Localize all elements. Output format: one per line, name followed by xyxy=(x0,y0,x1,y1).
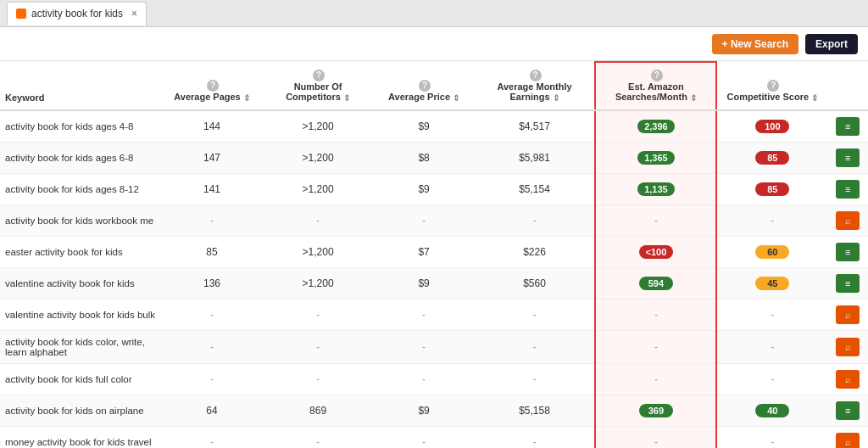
cell-amazon-searches: - xyxy=(595,204,716,236)
cell-comp-score: 85 xyxy=(716,173,827,204)
score-badge: 85 xyxy=(755,151,789,165)
cell-monthly-earnings: - xyxy=(475,426,596,448)
cell-avg-price: - xyxy=(374,204,475,236)
cell-comp-score: 40 xyxy=(716,395,827,426)
table-row: activity book for kids ages 8-12141>1,20… xyxy=(0,173,868,204)
cell-avg-pages: - xyxy=(162,363,263,395)
new-search-button[interactable]: + New Search xyxy=(712,34,798,54)
cell-avg-pages: - xyxy=(162,299,263,330)
cell-keyword: activity book for kids full color xyxy=(0,363,162,395)
col-header-price: ? Average Price ⇕ xyxy=(374,62,475,110)
action-list-button[interactable]: ≡ xyxy=(836,117,860,136)
cell-action: ≡ xyxy=(827,142,868,173)
cell-action: ≡ xyxy=(827,267,868,299)
cell-action: ⌕ xyxy=(827,299,868,330)
cell-comp-score: - xyxy=(716,204,827,236)
cell-action: ≡ xyxy=(827,110,868,143)
score-badge: 60 xyxy=(755,245,789,259)
tab-title: activity book for kids xyxy=(31,8,123,20)
help-icon-competitors[interactable]: ? xyxy=(313,70,325,81)
cell-keyword: activity book for kids on airplane xyxy=(0,395,162,426)
cell-comp-score: 60 xyxy=(716,236,827,267)
tab-bar: activity book for kids × xyxy=(0,0,868,27)
cell-comp-score: 100 xyxy=(716,110,827,143)
sort-icon-price[interactable]: ⇕ xyxy=(453,93,459,103)
cell-competitors: - xyxy=(263,330,374,363)
cell-keyword: activity book for kids ages 6-8 xyxy=(0,142,162,173)
cell-keyword: activity book for kids workbook me xyxy=(0,204,162,236)
cell-amazon-searches: - xyxy=(595,299,716,330)
cell-amazon-searches: - xyxy=(595,330,716,363)
help-icon-score[interactable]: ? xyxy=(767,80,779,92)
cell-amazon-searches: 369 xyxy=(595,395,716,426)
col-header-keyword: Keyword xyxy=(0,62,162,110)
table-row: activity book for kids ages 6-8147>1,200… xyxy=(0,142,868,173)
cell-action: ⌕ xyxy=(827,330,868,363)
table-row: activity book for kids on airplane64869$… xyxy=(0,395,868,426)
cell-keyword: valentine activity book for kids bulk xyxy=(0,299,162,330)
cell-monthly-earnings: $5,158 xyxy=(475,395,596,426)
tab-activity-book[interactable]: activity book for kids × xyxy=(7,2,147,25)
cell-avg-price: - xyxy=(374,299,475,330)
action-list-button[interactable]: ≡ xyxy=(836,243,860,261)
cell-competitors: >1,200 xyxy=(263,173,374,204)
help-icon-amazon[interactable]: ? xyxy=(651,70,663,81)
cell-amazon-searches: <100 xyxy=(595,236,716,267)
score-badge: 40 xyxy=(755,404,789,417)
cell-action: ≡ xyxy=(827,236,868,267)
action-search-button[interactable]: ⌕ xyxy=(836,305,860,324)
amazon-badge: 594 xyxy=(639,277,673,290)
sort-icon-pages[interactable]: ⇕ xyxy=(243,93,250,103)
cell-comp-score: - xyxy=(716,330,827,363)
action-search-button[interactable]: ⌕ xyxy=(836,211,860,230)
cell-keyword: activity book for kids ages 4-8 xyxy=(0,110,162,143)
cell-avg-pages: - xyxy=(162,330,263,363)
amazon-badge: 369 xyxy=(639,404,673,417)
table-row: activity book for kids color, write, lea… xyxy=(0,330,868,363)
sort-icon-score[interactable]: ⇕ xyxy=(811,93,818,103)
sort-icon-amazon[interactable]: ⇕ xyxy=(690,93,697,103)
amazon-badge: 1,365 xyxy=(637,151,675,165)
sort-icon-competitors[interactable]: ⇕ xyxy=(343,93,350,103)
cell-monthly-earnings: $5,154 xyxy=(475,173,596,204)
action-search-button[interactable]: ⌕ xyxy=(836,338,860,356)
score-badge: 85 xyxy=(755,182,789,196)
cell-monthly-earnings: $5,981 xyxy=(475,142,596,173)
cell-comp-score: - xyxy=(716,299,827,330)
action-list-button[interactable]: ≡ xyxy=(836,180,860,199)
cell-avg-pages: 141 xyxy=(162,173,263,204)
cell-amazon-searches: 1,135 xyxy=(595,173,716,204)
cell-avg-price: - xyxy=(374,363,475,395)
col-header-action xyxy=(827,62,868,110)
action-list-button[interactable]: ≡ xyxy=(836,401,860,420)
cell-avg-pages: - xyxy=(162,426,263,448)
cell-keyword: valentine activity book for kids xyxy=(0,267,162,299)
table-body: activity book for kids ages 4-8144>1,200… xyxy=(0,110,868,448)
cell-monthly-earnings: - xyxy=(475,299,596,330)
action-list-button[interactable]: ≡ xyxy=(836,148,860,167)
table-row: activity book for kids workbook me------… xyxy=(0,204,868,236)
col-header-avg-pages: ? Average Pages ⇕ xyxy=(162,62,263,110)
action-search-button[interactable]: ⌕ xyxy=(836,370,860,389)
cell-competitors: 869 xyxy=(263,395,374,426)
cell-avg-pages: 147 xyxy=(162,142,263,173)
export-button[interactable]: Export xyxy=(805,34,858,54)
cell-action: ⌕ xyxy=(827,426,868,448)
help-icon-pages[interactable]: ? xyxy=(207,80,219,92)
table-header-row: Keyword ? Average Pages ⇕ ? Number Of Co… xyxy=(0,62,868,110)
action-list-button[interactable]: ≡ xyxy=(836,274,860,293)
col-header-comp-score: ? Competitive Score ⇕ xyxy=(716,62,827,110)
table-row: activity book for kids full color------⌕ xyxy=(0,363,868,395)
cell-comp-score: - xyxy=(716,426,827,448)
cell-avg-price: $8 xyxy=(374,142,475,173)
amazon-badge: 2,396 xyxy=(637,120,675,133)
help-icon-price[interactable]: ? xyxy=(419,80,431,92)
help-icon-earnings[interactable]: ? xyxy=(530,70,542,81)
action-search-button[interactable]: ⌕ xyxy=(836,433,860,448)
tab-close-button[interactable]: × xyxy=(131,8,137,20)
cell-avg-pages: 64 xyxy=(162,395,263,426)
score-badge: 45 xyxy=(755,277,789,290)
cell-avg-pages: 136 xyxy=(162,267,263,299)
table-row: easter activity book for kids85>1,200$7$… xyxy=(0,236,868,267)
sort-icon-earnings[interactable]: ⇕ xyxy=(553,93,559,103)
